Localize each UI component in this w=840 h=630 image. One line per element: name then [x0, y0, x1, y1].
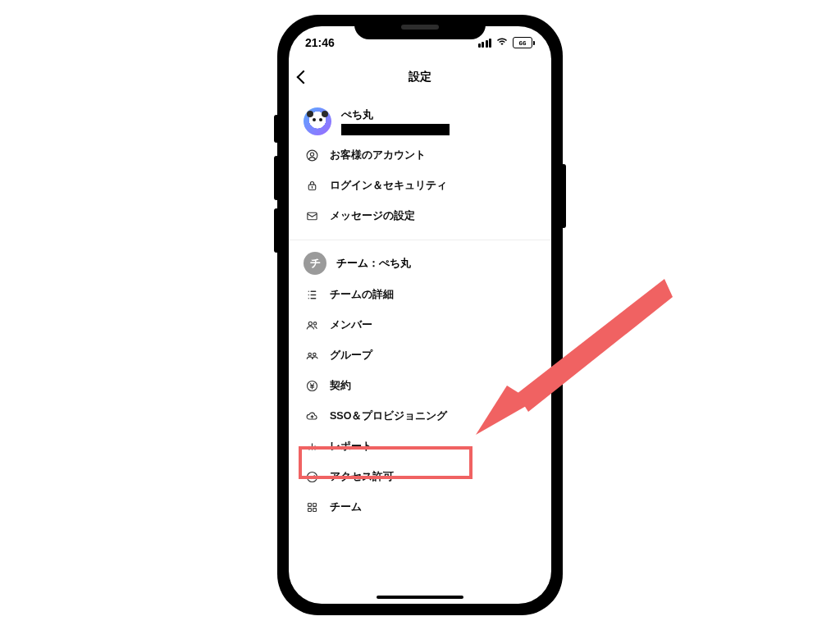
- canvas: 21:46 66 設定: [0, 0, 840, 630]
- lock-icon: [304, 179, 320, 193]
- svg-rect-3: [307, 212, 316, 220]
- home-indicator[interactable]: [377, 596, 463, 599]
- profile-row[interactable]: ぺち丸: [289, 101, 551, 140]
- phone-power-button: [561, 164, 566, 228]
- phone-mute-switch: [274, 115, 279, 143]
- check-circle-icon: [304, 470, 320, 484]
- cloud-icon: [304, 409, 320, 423]
- yen-circle-icon: [304, 379, 320, 393]
- phone-volume-up: [274, 156, 279, 200]
- phone-volume-down: [274, 208, 279, 253]
- svg-point-4: [308, 322, 312, 325]
- menu-label: 契約: [330, 379, 351, 393]
- cellular-signal-icon: [478, 39, 492, 48]
- app-content: 設定 ぺち丸 お客様のアカウント: [289, 59, 551, 604]
- chevron-left-icon: [297, 71, 311, 84]
- svg-point-5: [313, 322, 316, 325]
- battery-percent: 66: [519, 39, 527, 47]
- svg-rect-11: [313, 504, 316, 507]
- menu-item-team[interactable]: チーム: [289, 492, 551, 523]
- menu-item-team-details[interactable]: チームの詳細: [289, 280, 551, 310]
- menu-label: チーム: [330, 500, 362, 514]
- menu-label: SSO＆プロビジョニング: [330, 409, 447, 423]
- team-header-row[interactable]: チ チーム：ぺち丸: [289, 245, 551, 280]
- profile-email-redacted: [341, 124, 450, 135]
- phone-screen: 21:46 66 設定: [289, 26, 551, 604]
- user-circle-icon: [304, 148, 320, 162]
- list-details-icon: [304, 288, 320, 302]
- menu-label: メンバー: [330, 318, 372, 332]
- menu-item-account[interactable]: お客様のアカウント: [289, 140, 551, 171]
- menu-label: グループ: [330, 349, 372, 363]
- menu-item-sso-provisioning[interactable]: SSO＆プロビジョニング: [289, 401, 551, 431]
- svg-rect-10: [308, 504, 311, 507]
- team-header-label: チーム：ぺち丸: [336, 257, 411, 271]
- menu-label: ログイン＆セキュリティ: [330, 179, 447, 193]
- menu-label: アクセス許可: [330, 470, 394, 484]
- menu-item-members[interactable]: メンバー: [289, 310, 551, 340]
- members-icon: [304, 318, 320, 332]
- profile-name: ぺち丸: [341, 108, 450, 122]
- section-divider: [289, 240, 551, 240]
- menu-label: レポート: [330, 440, 372, 454]
- settings-list[interactable]: ぺち丸 お客様のアカウント ログイン＆セキュリティ メッセー: [289, 96, 551, 604]
- envelope-icon: [304, 209, 320, 223]
- groups-icon: [304, 349, 320, 363]
- menu-label: チームの詳細: [330, 288, 394, 302]
- avatar: [304, 107, 331, 135]
- team-badge-icon: チ: [304, 252, 326, 275]
- back-button[interactable]: [299, 59, 308, 95]
- menu-item-report[interactable]: レポート: [289, 431, 551, 462]
- bar-chart-icon: [304, 440, 320, 454]
- menu-label: メッセージの設定: [330, 209, 415, 223]
- menu-item-message-settings[interactable]: メッセージの設定: [289, 201, 551, 231]
- svg-rect-13: [313, 509, 316, 512]
- grid-icon: [304, 500, 320, 514]
- menu-item-permissions[interactable]: アクセス許可: [289, 462, 551, 492]
- page-title: 設定: [409, 70, 431, 84]
- menu-item-login-security[interactable]: ログイン＆セキュリティ: [289, 171, 551, 201]
- svg-point-6: [308, 353, 311, 356]
- menu-label: お客様のアカウント: [330, 148, 426, 162]
- status-time: 21:46: [305, 36, 335, 49]
- svg-point-9: [307, 472, 317, 482]
- nav-bar: 設定: [289, 59, 551, 96]
- phone-speaker: [401, 25, 439, 30]
- svg-rect-12: [308, 509, 311, 512]
- svg-point-1: [310, 153, 313, 156]
- phone-frame: 21:46 66 設定: [279, 16, 561, 614]
- svg-point-7: [313, 353, 316, 356]
- wifi-icon: [495, 36, 509, 49]
- menu-item-groups[interactable]: グループ: [289, 340, 551, 371]
- menu-item-contract[interactable]: 契約: [289, 371, 551, 401]
- battery-indicator: 66: [513, 37, 535, 48]
